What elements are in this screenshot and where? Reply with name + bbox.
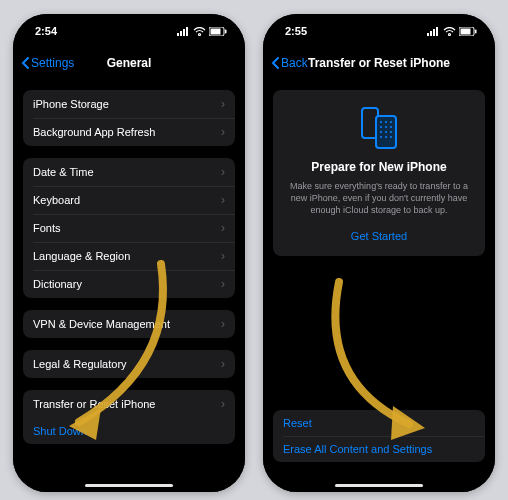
- card-description: Make sure everything's ready to transfer…: [285, 180, 473, 216]
- chevron-right-icon: ›: [221, 165, 225, 179]
- row-label: Shut Down: [33, 425, 87, 437]
- svg-point-20: [385, 126, 387, 128]
- nav-bar: Settings General: [13, 48, 245, 78]
- svg-rect-9: [433, 29, 435, 36]
- row-label: Erase All Content and Settings: [283, 443, 432, 455]
- home-indicator: [335, 484, 423, 487]
- status-time: 2:55: [285, 25, 307, 37]
- status-time: 2:54: [35, 25, 57, 37]
- svg-rect-0: [177, 33, 179, 36]
- row-label: Legal & Regulatory: [33, 358, 127, 370]
- svg-point-24: [390, 131, 392, 133]
- row-label: Reset: [283, 417, 312, 429]
- row-label: Date & Time: [33, 166, 94, 178]
- svg-point-26: [385, 136, 387, 138]
- svg-point-16: [380, 121, 382, 123]
- home-indicator: [85, 484, 173, 487]
- screen: Settings General iPhone Storage › Backgr…: [13, 14, 245, 492]
- chevron-right-icon: ›: [221, 277, 225, 291]
- settings-list: iPhone Storage › Background App Refresh …: [13, 78, 245, 444]
- chevron-left-icon: [21, 57, 29, 69]
- row-iphone-storage[interactable]: iPhone Storage ›: [23, 90, 235, 118]
- chevron-left-icon: [271, 57, 279, 69]
- svg-rect-13: [475, 29, 477, 33]
- svg-rect-6: [225, 29, 227, 33]
- battery-icon: [459, 27, 477, 36]
- svg-point-22: [380, 131, 382, 133]
- row-label: Language & Region: [33, 250, 130, 262]
- svg-point-19: [380, 126, 382, 128]
- group-storage: iPhone Storage › Background App Refresh …: [23, 90, 235, 146]
- row-label: Fonts: [33, 222, 61, 234]
- phone-right: 2:55 Back Transfer or Reset iPhone: [263, 14, 495, 492]
- row-erase-all[interactable]: Erase All Content and Settings: [273, 436, 485, 462]
- chevron-right-icon: ›: [221, 221, 225, 235]
- svg-rect-2: [183, 29, 185, 36]
- status-icons: [427, 27, 477, 36]
- svg-rect-5: [211, 28, 221, 34]
- svg-point-27: [390, 136, 392, 138]
- back-label: Back: [281, 56, 308, 70]
- status-icons: [177, 27, 227, 36]
- reset-group: Reset Erase All Content and Settings: [273, 410, 485, 462]
- svg-point-18: [390, 121, 392, 123]
- card-link-label: Get Started: [351, 230, 407, 242]
- svg-rect-10: [436, 27, 438, 36]
- row-label: iPhone Storage: [33, 98, 109, 110]
- page-title: Transfer or Reset iPhone: [308, 56, 450, 70]
- signal-icon: [427, 27, 440, 36]
- chevron-right-icon: ›: [221, 397, 225, 411]
- svg-point-23: [385, 131, 387, 133]
- svg-rect-3: [186, 27, 188, 36]
- chevron-right-icon: ›: [221, 357, 225, 371]
- group-vpn: VPN & Device Management ›: [23, 310, 235, 338]
- svg-point-21: [390, 126, 392, 128]
- row-keyboard[interactable]: Keyboard ›: [23, 186, 235, 214]
- chevron-right-icon: ›: [221, 249, 225, 263]
- row-background-app-refresh[interactable]: Background App Refresh ›: [23, 118, 235, 146]
- chevron-right-icon: ›: [221, 317, 225, 331]
- row-date-time[interactable]: Date & Time ›: [23, 158, 235, 186]
- row-label: VPN & Device Management: [33, 318, 170, 330]
- card-title: Prepare for New iPhone: [285, 160, 473, 174]
- row-shut-down[interactable]: Shut Down: [23, 418, 235, 444]
- battery-icon: [209, 27, 227, 36]
- prepare-card: Prepare for New iPhone Make sure everyth…: [273, 90, 485, 256]
- group-legal: Legal & Regulatory ›: [23, 350, 235, 378]
- row-fonts[interactable]: Fonts ›: [23, 214, 235, 242]
- group-transfer: Transfer or Reset iPhone › Shut Down: [23, 390, 235, 444]
- svg-rect-12: [461, 28, 471, 34]
- chevron-right-icon: ›: [221, 193, 225, 207]
- notch: [329, 14, 429, 36]
- wifi-icon: [443, 27, 456, 36]
- row-legal-regulatory[interactable]: Legal & Regulatory ›: [23, 350, 235, 378]
- screen: Back Transfer or Reset iPhone Prepare fo…: [263, 14, 495, 492]
- back-button[interactable]: Settings: [21, 56, 74, 70]
- phone-left: 2:54 Settings General iPhone Storage › B…: [13, 14, 245, 492]
- chevron-right-icon: ›: [221, 97, 225, 111]
- notch: [79, 14, 179, 36]
- svg-point-17: [385, 121, 387, 123]
- group-datetime: Date & Time › Keyboard › Fonts › Languag…: [23, 158, 235, 298]
- row-label: Background App Refresh: [33, 126, 155, 138]
- get-started-button[interactable]: Get Started: [285, 226, 473, 246]
- row-label: Transfer or Reset iPhone: [33, 398, 155, 410]
- chevron-right-icon: ›: [221, 125, 225, 139]
- back-button[interactable]: Back: [271, 56, 308, 70]
- wifi-icon: [193, 27, 206, 36]
- row-label: Keyboard: [33, 194, 80, 206]
- svg-rect-7: [427, 33, 429, 36]
- nav-bar: Back Transfer or Reset iPhone: [263, 48, 495, 78]
- row-label: Dictionary: [33, 278, 82, 290]
- row-language-region[interactable]: Language & Region ›: [23, 242, 235, 270]
- row-dictionary[interactable]: Dictionary ›: [23, 270, 235, 298]
- row-transfer-or-reset[interactable]: Transfer or Reset iPhone ›: [23, 390, 235, 418]
- back-label: Settings: [31, 56, 74, 70]
- signal-icon: [177, 27, 190, 36]
- page-title: General: [107, 56, 152, 70]
- svg-rect-8: [430, 31, 432, 36]
- row-reset[interactable]: Reset: [273, 410, 485, 436]
- svg-point-25: [380, 136, 382, 138]
- row-vpn-device-management[interactable]: VPN & Device Management ›: [23, 310, 235, 338]
- transfer-icon: [285, 106, 473, 150]
